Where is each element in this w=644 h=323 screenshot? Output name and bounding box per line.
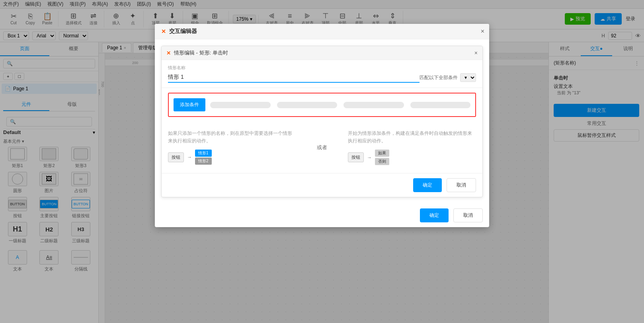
outer-dialog: ✕ 交互编辑器 × ✕ 情形编辑 - 矩形: 单击时 × 情形名称 匹配以下全部…: [155, 24, 489, 227]
diagram-arrow-2: →: [367, 155, 372, 160]
scenario-name-row: 匹配以下全部条件 ▾: [168, 72, 476, 83]
outer-dialog-header: ✕ 交互编辑器 ×: [155, 24, 489, 39]
inner-dialog-header: ✕ 情形编辑 - 矩形: 单击时 ×: [162, 46, 482, 60]
hint-2-diagram: 按钮 → 如果 否则: [348, 150, 476, 165]
scenario-name-section: 情形名称 匹配以下全部条件 ▾: [162, 60, 482, 88]
add-condition-button[interactable]: 添加条件: [174, 98, 205, 111]
inner-cancel-button[interactable]: 取消: [447, 178, 476, 192]
match-all-section: 匹配以下全部条件 ▾: [420, 73, 476, 82]
hint-1-diagram: 按钮 → 情形1 情形2: [168, 150, 296, 165]
condition-ph-2: [277, 102, 338, 108]
outer-confirm-button[interactable]: 确定: [420, 208, 449, 222]
condition-placeholders: [210, 102, 470, 108]
outer-dialog-close-button[interactable]: ×: [481, 28, 484, 35]
diagram-box-2: 按钮: [348, 152, 364, 162]
inner-dialog-close-button[interactable]: ×: [474, 50, 478, 56]
outer-dialog-footer: 确定 取消: [155, 204, 489, 227]
condition-ph-4: [410, 102, 471, 108]
outer-cancel-button[interactable]: 取消: [453, 208, 483, 222]
if-box: 如果: [375, 150, 389, 157]
inner-dialog-title-icon: ✕: [166, 50, 171, 56]
modal-overlay: ✕ 交互编辑器 × ✕ 情形编辑 - 矩形: 单击时 × 情形名称 匹配以下全部…: [0, 0, 644, 323]
or-label: 或者: [317, 144, 327, 151]
diagram-arrow-1: →: [187, 154, 192, 160]
hint-1-text: 如果只添加一个情形的名称，则在原型中需要选择一个情形来执行相应的动作。: [168, 130, 296, 145]
scenario-name-label: 情形名称: [168, 65, 476, 71]
hint-2: 开始为情形添加条件，构建在满足条件时自动触发的情形来执行相应的动作。 按钮 → …: [348, 130, 476, 165]
diagram-s1: 情形1: [195, 150, 212, 157]
match-all-label: 匹配以下全部条件: [420, 74, 458, 81]
diagram-box-1: 按钮: [168, 152, 184, 162]
else-box: 否则: [375, 158, 389, 165]
outer-dialog-title: 交互编辑器: [169, 28, 197, 35]
if-else-boxes: 如果 否则: [375, 150, 389, 165]
inner-dialog: ✕ 情形编辑 - 矩形: 单击时 × 情形名称 匹配以下全部条件 ▾: [161, 46, 483, 197]
diagram-s2: 情形2: [195, 158, 212, 165]
condition-ph-1: [210, 102, 271, 108]
scenario-name-input[interactable]: [168, 72, 420, 83]
or-separator: 或者: [312, 130, 332, 165]
condition-area: 添加条件: [168, 93, 476, 117]
inner-confirm-button[interactable]: 确定: [413, 178, 442, 192]
match-all-select[interactable]: ▾: [460, 73, 476, 82]
inner-dialog-footer: 确定 取消: [162, 173, 482, 197]
hint-1: 如果只添加一个情形的名称，则在原型中需要选择一个情形来执行相应的动作。 按钮 →…: [168, 130, 296, 165]
condition-ph-3: [343, 102, 404, 108]
inner-dialog-title: 情形编辑 - 矩形: 单击时: [174, 49, 228, 56]
hint-2-text: 开始为情形添加条件，构建在满足条件时自动触发的情形来执行相应的动作。: [348, 130, 476, 145]
empty-state: 如果只添加一个情形的名称，则在原型中需要选择一个情形来执行相应的动作。 按钮 →…: [162, 122, 482, 173]
diagram-stacked: 情形1 情形2: [195, 150, 212, 165]
dialog-title-icon: ✕: [161, 28, 166, 35]
